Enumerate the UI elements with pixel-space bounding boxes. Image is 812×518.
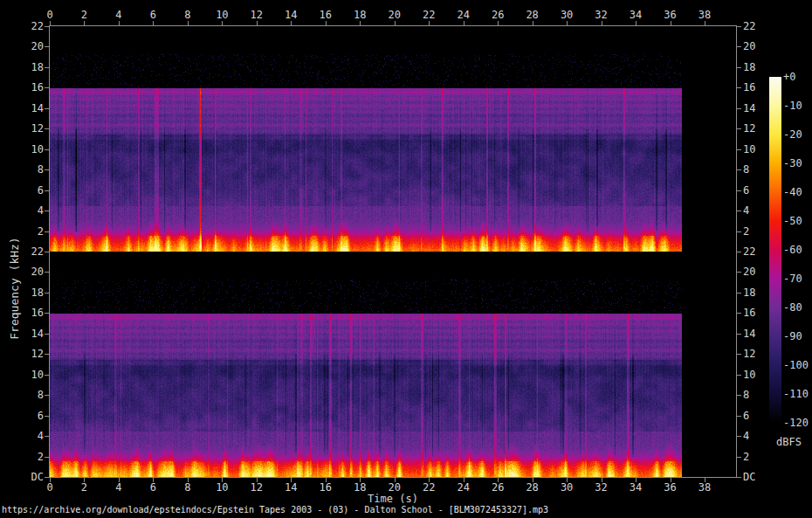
frequency-tick-mark bbox=[737, 436, 741, 437]
time-tick-mark bbox=[395, 21, 396, 25]
frequency-tick-mark bbox=[45, 457, 49, 458]
time-tick-mark bbox=[257, 21, 258, 25]
time-tick-label: 24 bbox=[457, 482, 469, 493]
time-tick-mark bbox=[84, 21, 85, 25]
legend-tick-label: -40 bbox=[783, 187, 802, 197]
time-tick-label: 22 bbox=[423, 482, 435, 493]
frequency-tick-mark bbox=[737, 272, 741, 273]
frequency-tick-label: 12 bbox=[17, 123, 44, 134]
frequency-tick-mark bbox=[737, 334, 741, 335]
frequency-tick-mark bbox=[737, 46, 741, 47]
frequency-tick-label: 12 bbox=[743, 349, 755, 359]
frequency-tick-mark bbox=[45, 477, 49, 478]
frequency-tick-mark bbox=[45, 108, 49, 109]
frequency-tick-label: 12 bbox=[743, 123, 755, 134]
frequency-tick-mark bbox=[45, 334, 49, 335]
time-tick-label: 0 bbox=[46, 482, 52, 493]
legend-tick-label: -120 bbox=[783, 418, 809, 428]
time-tick-label: 22 bbox=[423, 10, 435, 20]
frequency-tick-mark bbox=[45, 87, 49, 88]
frequency-tick-label: 6 bbox=[743, 185, 749, 196]
time-tick-mark bbox=[188, 21, 189, 25]
time-tick-mark bbox=[498, 21, 499, 25]
frequency-tick-mark bbox=[45, 67, 49, 68]
frequency-tick-mark bbox=[45, 375, 49, 376]
time-tick-label: 20 bbox=[389, 10, 401, 20]
time-tick-label: 4 bbox=[115, 10, 121, 20]
spectrogram-channel-2 bbox=[50, 252, 736, 477]
frequency-tick-label: 10 bbox=[17, 370, 44, 380]
time-tick-mark bbox=[705, 21, 705, 25]
frequency-tick-label: 22 bbox=[17, 21, 44, 31]
frequency-tick-mark bbox=[737, 108, 741, 109]
spectrogram-window: 02468101214161820222426283032343638 0246… bbox=[0, 0, 812, 518]
frequency-tick-label: 2 bbox=[743, 452, 749, 462]
time-tick-label: 24 bbox=[457, 10, 469, 20]
frequency-tick-label: 6 bbox=[743, 411, 749, 421]
time-tick-label: 36 bbox=[664, 482, 676, 493]
time-tick-label: 34 bbox=[630, 482, 642, 493]
frequency-tick-mark bbox=[737, 457, 741, 458]
time-tick-label: 28 bbox=[526, 482, 538, 493]
time-tick-label: 38 bbox=[698, 482, 711, 493]
frequency-tick-mark bbox=[45, 46, 49, 47]
time-tick-mark bbox=[360, 21, 361, 25]
time-tick-mark bbox=[636, 21, 637, 25]
frequency-tick-label: 18 bbox=[743, 62, 755, 73]
frequency-tick-label: 8 bbox=[17, 164, 44, 175]
time-tick-label: 2 bbox=[81, 482, 87, 493]
time-tick-label: 32 bbox=[595, 10, 607, 20]
time-tick-label: 38 bbox=[698, 10, 711, 20]
legend-tick-label: +0 bbox=[783, 72, 795, 82]
frequency-tick-label: 16 bbox=[743, 307, 755, 318]
file-url-text: https://archive.org/download/epsteindocs… bbox=[2, 505, 548, 515]
frequency-tick-label: 20 bbox=[17, 41, 44, 52]
time-tick-label: 8 bbox=[184, 10, 190, 20]
frequency-tick-mark bbox=[737, 67, 741, 68]
frequency-tick-label: 4 bbox=[17, 431, 44, 441]
frequency-tick-mark bbox=[737, 416, 741, 417]
frequency-tick-mark bbox=[737, 477, 741, 478]
time-tick-label: 16 bbox=[320, 10, 332, 20]
frequency-tick-label: 14 bbox=[743, 328, 755, 339]
frequency-tick-mark bbox=[737, 128, 741, 129]
frequency-tick-mark bbox=[45, 293, 49, 294]
time-tick-mark bbox=[153, 21, 154, 25]
frequency-tick-mark bbox=[45, 272, 49, 273]
frequency-tick-label: 14 bbox=[17, 328, 44, 339]
frequency-dc-label: DC bbox=[17, 472, 44, 482]
frequency-tick-label: 16 bbox=[17, 82, 44, 93]
frequency-tick-mark bbox=[45, 313, 49, 314]
time-tick-mark bbox=[533, 21, 533, 25]
frequency-tick-label: 20 bbox=[743, 41, 755, 52]
frequency-tick-label: 16 bbox=[743, 82, 755, 93]
legend-tick-label: -30 bbox=[783, 158, 802, 169]
time-tick-label: 26 bbox=[492, 482, 504, 493]
frequency-tick-mark bbox=[45, 436, 49, 437]
frequency-tick-mark bbox=[45, 211, 49, 211]
time-tick-mark bbox=[567, 21, 568, 25]
legend-tick-label: -80 bbox=[783, 302, 802, 313]
time-tick-label: 12 bbox=[251, 482, 263, 493]
time-tick-mark bbox=[671, 21, 671, 25]
time-tick-mark bbox=[602, 21, 602, 25]
time-tick-mark bbox=[50, 21, 51, 25]
frequency-tick-mark bbox=[737, 354, 741, 355]
frequency-tick-label: 8 bbox=[743, 390, 749, 400]
time-tick-label: 10 bbox=[216, 482, 228, 493]
time-tick-mark bbox=[464, 21, 464, 25]
frequency-tick-label: 12 bbox=[17, 349, 44, 359]
frequency-tick-label: 6 bbox=[17, 185, 44, 196]
legend-tick-label: -60 bbox=[783, 245, 802, 255]
frequency-tick-label: 2 bbox=[17, 226, 44, 237]
frequency-tick-label: 20 bbox=[743, 266, 755, 277]
time-tick-mark bbox=[222, 21, 223, 25]
time-tick-label: 8 bbox=[184, 482, 190, 493]
frequency-tick-label: 22 bbox=[743, 21, 755, 31]
frequency-tick-label: 2 bbox=[743, 226, 749, 237]
legend-unit-label: dBFS bbox=[776, 436, 802, 448]
frequency-tick-label: 22 bbox=[17, 246, 44, 257]
frequency-tick-mark bbox=[45, 416, 49, 417]
frequency-tick-mark bbox=[45, 190, 49, 191]
spectrogram-channel-1 bbox=[50, 26, 736, 252]
